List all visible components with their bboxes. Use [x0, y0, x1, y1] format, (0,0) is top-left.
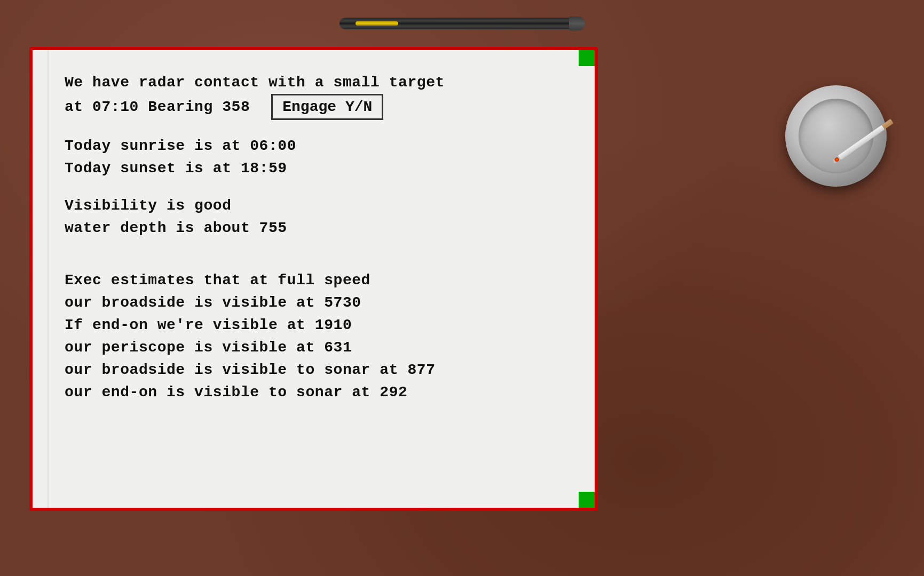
end-on-sonar-line: our end-on is visible to sonar at 292	[65, 381, 568, 404]
broadside-visible-line: our broadside is visible at 5730	[65, 292, 568, 314]
exec-line: Exec estimates that at full speed	[65, 269, 568, 292]
pen-container	[339, 10, 585, 37]
visibility-group: Visibility is good water depth is about …	[65, 195, 568, 239]
spacer	[65, 254, 568, 269]
exec-estimates-group: Exec estimates that at full speed our br…	[65, 269, 568, 404]
cigarette-filter	[882, 119, 894, 130]
notebook: We have radar contact with a small targe…	[29, 47, 598, 511]
ashtray-container	[785, 85, 892, 203]
content-area: We have radar contact with a small targe…	[54, 55, 584, 502]
bearing-line: at 07:10 Bearing 358	[65, 96, 250, 118]
pen	[339, 18, 585, 29]
ashtray	[785, 85, 887, 187]
end-on-visible-line: If end-on we're visible at 1910	[65, 314, 568, 337]
engage-row: at 07:10 Bearing 358 Engage Y/N	[65, 94, 568, 120]
broadside-sonar-line: our broadside is visible to sonar at 877	[65, 359, 568, 381]
radar-contact-group: We have radar contact with a small targe…	[65, 71, 568, 120]
sunrise-line: Today sunrise is at 06:00	[65, 135, 568, 157]
binding	[33, 50, 49, 508]
engage-button[interactable]: Engage Y/N	[271, 94, 383, 120]
water-depth-line: water depth is about 755	[65, 217, 568, 239]
sunset-line: Today sunset is at 18:59	[65, 157, 568, 180]
visibility-line: Visibility is good	[65, 195, 568, 217]
periscope-visible-line: our periscope is visible at 631	[65, 337, 568, 359]
radar-contact-line1: We have radar contact with a small targe…	[65, 71, 568, 94]
sun-times-group: Today sunrise is at 06:00 Today sunset i…	[65, 135, 568, 180]
